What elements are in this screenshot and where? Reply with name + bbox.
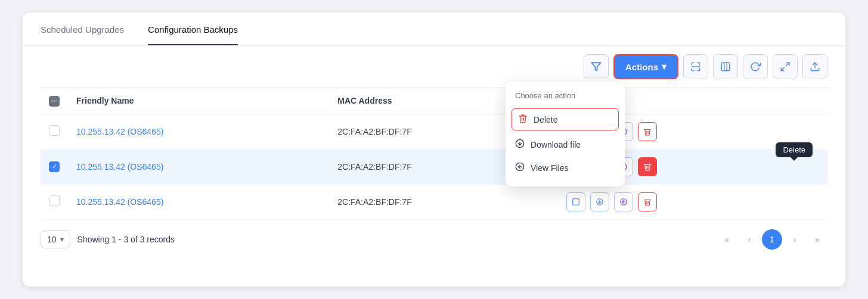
delete-tooltip: Delete <box>776 142 813 157</box>
row1-checkbox-cell <box>41 114 68 149</box>
row3-mac-address: 2C:FA:A2:BF:DF:7F <box>329 184 557 219</box>
table-row: 10.255.13.42 (OS6465) 2C:FA:A2:BF:DF:7F <box>41 114 827 149</box>
first-page-btn[interactable]: « <box>717 229 737 250</box>
pagination: « ‹ 1 › » <box>717 229 827 250</box>
svg-line-5 <box>786 63 789 66</box>
prev-page-btn[interactable]: ‹ <box>739 229 760 250</box>
next-page-btn[interactable]: › <box>785 229 805 250</box>
files-icon <box>515 162 525 173</box>
footer: 10 ▾ Showing 1 - 3 of 3 records « ‹ 1 › … <box>23 220 845 250</box>
dropdown-view-files[interactable]: View Files <box>506 156 625 179</box>
svg-rect-28 <box>572 198 579 205</box>
row2-friendly-name-link[interactable]: 10.255.13.42 (OS6465) <box>76 162 163 172</box>
tab-configuration-backups[interactable]: Configuration Backups <box>148 13 238 45</box>
row2-checkbox[interactable] <box>49 161 60 172</box>
actions-dropdown: Choose an action Delete <box>506 82 625 186</box>
dropdown-delete[interactable]: Delete <box>512 108 619 130</box>
last-page-btn[interactable]: » <box>807 229 827 250</box>
row3-expand-btn[interactable] <box>566 192 585 211</box>
refresh-button[interactable] <box>743 54 768 79</box>
svg-marker-0 <box>591 63 600 71</box>
dropdown-download-label: Download file <box>531 140 581 150</box>
row3-download-btn[interactable] <box>590 192 609 211</box>
row1-checkbox[interactable] <box>49 125 60 136</box>
row3-actions-cell <box>558 184 827 219</box>
per-page-chevron-icon: ▾ <box>60 235 64 244</box>
trash-icon <box>518 114 528 125</box>
row2-delete-btn[interactable] <box>638 157 657 176</box>
header-friendly-name: Friendly Name <box>68 88 329 114</box>
svg-rect-2 <box>721 63 730 71</box>
page-1-btn[interactable]: 1 <box>762 229 782 250</box>
tabs-bar: Scheduled Upgrades Configuration Backups <box>23 13 845 46</box>
row3-delete-btn[interactable] <box>638 192 657 211</box>
header-checkbox-col <box>41 88 68 114</box>
dropdown-title: Choose an action <box>506 89 625 106</box>
main-table: Friendly Name MAC Address <box>41 88 827 220</box>
select-all-checkbox[interactable] <box>49 96 60 107</box>
row3-friendly-name-link[interactable]: 10.255.13.42 (OS6465) <box>76 197 163 207</box>
row1-friendly-name: 10.255.13.42 (OS6465) <box>68 114 329 149</box>
main-card: Scheduled Upgrades Configuration Backups… <box>23 13 845 286</box>
actions-label: Actions <box>625 62 658 72</box>
row2-friendly-name: 10.255.13.42 (OS6465) <box>68 149 329 184</box>
row1-friendly-name-link[interactable]: 10.255.13.42 (OS6465) <box>76 127 163 136</box>
dropdown-download[interactable]: Download file <box>506 133 625 156</box>
table-container: Friendly Name MAC Address <box>23 88 845 220</box>
showing-records-text: Showing 1 - 3 of 3 records <box>78 235 175 244</box>
actions-dropdown-icon: ▾ <box>662 61 666 72</box>
per-page-select[interactable]: 10 ▾ <box>41 231 70 248</box>
dropdown-view-files-label: View Files <box>531 163 569 173</box>
export-button[interactable] <box>802 54 827 79</box>
row3-friendly-name: 10.255.13.42 (OS6465) <box>68 184 329 219</box>
download-icon <box>515 139 525 150</box>
table-row: 10.255.13.42 (OS6465) 2C:FA:A2:BF:DF:7F <box>41 184 827 219</box>
expand-columns-button[interactable] <box>683 54 708 79</box>
row3-files-btn[interactable] <box>614 192 633 211</box>
table-row: 10.255.13.42 (OS6465) 2C:FA:A2:BF:DF:7F <box>41 149 827 184</box>
columns-button[interactable] <box>713 54 738 79</box>
row1-delete-btn[interactable] <box>638 122 657 141</box>
per-page-value: 10 <box>47 235 57 244</box>
actions-button[interactable]: Actions ▾ <box>613 54 678 79</box>
tab-scheduled-upgrades[interactable]: Scheduled Upgrades <box>41 13 124 45</box>
toolbar: Actions ▾ <box>23 46 845 88</box>
row3-checkbox-cell <box>41 184 68 219</box>
row3-checkbox[interactable] <box>49 195 60 206</box>
fullscreen-button[interactable] <box>773 54 798 79</box>
filter-button[interactable] <box>584 54 609 79</box>
svg-line-6 <box>781 68 784 71</box>
dropdown-delete-label: Delete <box>534 115 557 124</box>
row2-checkbox-cell <box>41 149 68 184</box>
row3-actions <box>566 192 819 211</box>
